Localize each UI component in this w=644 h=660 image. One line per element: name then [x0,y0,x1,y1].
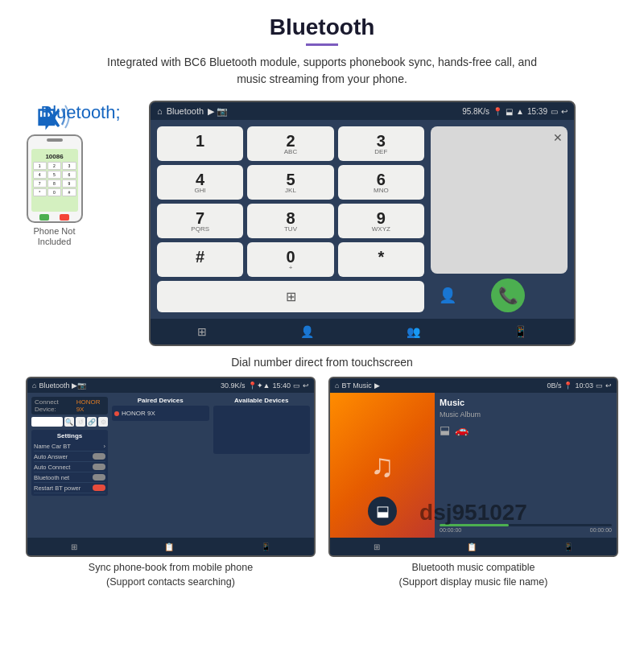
nav-phone-icon[interactable]: 📱 [514,325,527,338]
music-info-panel: Music Music Album ⬓ 🚗 00:00:00 [435,393,617,538]
progress-fill [440,524,509,526]
nav-contacts-icon[interactable]: 👤 [300,325,314,338]
bt-speed: 30.9K/s [221,382,246,390]
bottom-screens: ⌂ Bluetooth ▶📷 30.9K/s 📍✦▲ 15:40 ▭ ↩ Con… [0,377,644,597]
key-9[interactable]: 9WXYZ [338,204,424,238]
bt-search-button[interactable]: 🔍 [64,417,74,427]
key-star[interactable]: * [338,242,424,277]
close-icon[interactable]: ✕ [553,131,563,144]
bt-screen-caption: Sync phone-book from mobile phone (Suppo… [89,561,253,589]
bt-paired-list: HONOR 9X [112,406,209,421]
media-icons: ▶ 📷 [208,106,228,117]
bt-row-autoconnect: Auto Connect [34,462,105,472]
music-status-bar: ⌂ BT Music ▶ 0B/s 📍 10:03 ▭ ↩ [330,378,617,393]
music-status-left: ⌂ BT Music ▶ [335,382,380,390]
key-1[interactable]: 1 [157,126,243,161]
bt-available-devices: Available Devices [213,397,311,534]
key-2[interactable]: 2ABC [247,126,333,161]
bt-search-input[interactable] [31,417,63,427]
bt-nav-list-icon[interactable]: 📋 [164,542,174,551]
bt-nav-grid-icon[interactable]: ⊞ [71,542,77,551]
bt-status-bar: ⌂ Bluetooth ▶📷 30.9K/s 📍✦▲ 15:40 ▭ ↩ [27,378,314,393]
status-right: 95.8K/s 📍 ⬓ ▲ 15:39 ▭ ↩ [462,107,568,116]
key-4[interactable]: 4GHI [157,165,243,200]
bt-status-right: 30.9K/s 📍✦▲ 15:40 ▭ ↩ [221,382,309,390]
key-3[interactable]: 3DEF [338,126,424,161]
bt-device-name: HONOR 9X [122,410,155,417]
phone-key-2: 2 [47,162,61,170]
bt-connect-label: Connect Device: [35,398,75,413]
bt-connect-device: Connect Device: HONOR 9X [31,397,108,415]
main-screen-area: Bluetooth; ⬓ 10086 1 2 3 4 5 [0,93,644,351]
phone-end-button [60,214,69,221]
back-icon[interactable]: ↩ [561,107,568,116]
bt-app-name: Bluetooth [39,382,69,390]
bt-settings-title: Settings [34,432,105,439]
bt-back-icon[interactable]: ↩ [303,382,309,390]
music-home-icon: ⌂ [335,382,339,390]
bt-link-button[interactable]: 🔗 [87,417,97,427]
bt-autoconnect-toggle[interactable] [93,464,105,470]
key-grid[interactable]: ⊞ [157,281,424,312]
phone-key-0: 0 [47,188,61,196]
key-hash[interactable]: # [157,242,243,277]
bt-status-left: ⌂ Bluetooth ▶📷 [32,382,86,390]
key-8[interactable]: 8TUV [247,204,333,238]
music-caption-line2: (Support display music file name) [399,576,548,588]
time-current: 00:00:00 [440,527,461,533]
bt-name-arrow[interactable]: › [104,443,106,450]
music-media-icon: ▶ [374,382,380,390]
header-subtitle: Integrated with BC6 Bluetooth module, su… [105,54,539,88]
music-note-icon: ♫ [370,448,394,484]
call-panel: ✕ 👤 📞 [431,126,568,312]
music-progress: 00:00:00 00:00:00 [440,524,612,533]
bluetooth-icon-area: Bluetooth; ⬓ [35,101,75,133]
bt-restart-toggle[interactable] [93,485,105,491]
phone-key-1: 1 [33,162,47,170]
music-caption-line1: Bluetooth music compatible [412,562,535,573]
phone-key-star: * [33,188,47,196]
time-total: 00:00:00 [590,527,612,533]
bt-settings-panel: Connect Device: HONOR 9X 🔍 ↺ 🔗 ⚙ Setting… [31,397,108,534]
wifi-icon: ▲ [516,107,524,116]
bt-settings-screen: ⌂ Bluetooth ▶📷 30.9K/s 📍✦▲ 15:40 ▭ ↩ Con… [26,377,316,557]
dial-nav-bar: ⊞ 👤 👥 📱 [151,319,574,344]
contacts-icon[interactable]: 👤 [439,287,456,304]
bt-autoanswer-toggle[interactable] [93,453,105,460]
music-nav-phone-icon[interactable]: 📱 [564,542,573,551]
bt-status-icon: ⬓ [506,107,513,116]
bt-nav-phone-icon[interactable]: 📱 [261,542,270,551]
music-nav-list-icon[interactable]: 📋 [467,542,477,551]
page-title: Bluetooth [0,14,644,40]
bt-btnet-toggle[interactable] [93,474,105,481]
phone-key-4: 4 [33,171,47,179]
key-7[interactable]: 7PQRS [157,204,243,238]
nav-grid-icon[interactable]: ⊞ [197,325,207,338]
key-0[interactable]: 0+ [247,242,333,277]
music-back-icon[interactable]: ↩ [605,382,612,390]
bt-circle-icon: ⬓ [368,497,397,526]
bt-time: 15:40 [272,382,291,390]
phone-key-6: 6 [62,171,76,179]
bt-refresh-button[interactable]: ↺ [76,417,85,427]
bt-settings-button[interactable]: ⚙ [98,417,108,427]
bt-caption-line1: Sync phone-book from mobile phone [89,562,253,573]
key-6[interactable]: 6MNO [338,165,424,200]
numpad: 1 2ABC 3DEF 4GHI 5JKL 6MNO 7PQRS 8TUV 9W… [157,126,424,312]
music-time: 10:03 [575,382,593,390]
music-indicators: 📍 [564,382,572,390]
music-body: ♫ ⬓ Music Music Album ⬓ 🚗 [330,393,617,538]
call-button[interactable]: 📞 [491,278,525,312]
key-5[interactable]: 5JKL [247,165,333,200]
bt-autoconnect-label: Auto Connect [34,464,70,471]
music-nav-grid-icon[interactable]: ⊞ [374,542,380,551]
phone-illustration: Bluetooth; ⬓ 10086 1 2 3 4 5 [16,101,93,247]
music-bluetooth-icon: ⬓ [440,423,450,436]
battery-icon: ▭ [551,107,558,116]
bt-device-honor9x[interactable]: HONOR 9X [114,408,207,419]
nav-contacts2-icon[interactable]: 👥 [407,325,420,338]
page-header: Bluetooth Integrated with BC6 Bluetooth … [0,0,644,93]
bt-circle-symbol: ⬓ [376,502,390,520]
phone-key-9: 9 [62,179,76,188]
music-nav-bar: ⊞ 📋 📱 [330,538,617,555]
